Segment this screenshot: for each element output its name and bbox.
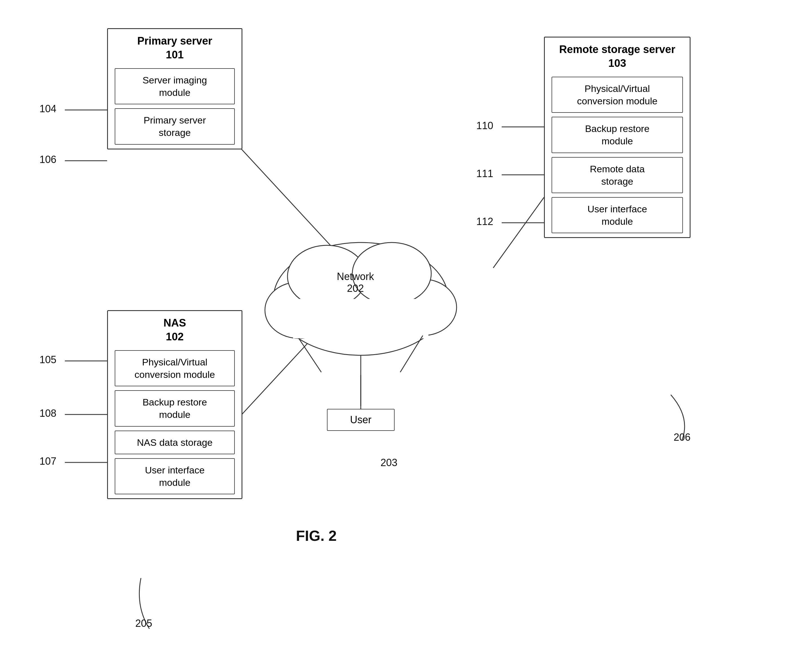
nas-box: NAS 102 Physical/Virtualconversion modul…	[107, 310, 242, 499]
label-105: 105	[39, 354, 56, 366]
label-104: 104	[39, 103, 56, 115]
label-203: 203	[380, 457, 397, 469]
label-111: 111	[476, 168, 493, 180]
svg-line-10	[493, 198, 544, 268]
nas-title: NAS 102	[108, 311, 242, 346]
label-108: 108	[39, 408, 56, 419]
user-box: User	[327, 409, 394, 431]
remote-storage-title: Remote storage server103	[545, 37, 690, 73]
nas-ui-module: User interfacemodule	[115, 458, 235, 494]
nas-pv-module: Physical/Virtualconversion module	[115, 350, 235, 386]
network-label: Network 202	[337, 271, 374, 294]
primary-server-box: Primary server 101 Server imagingmodule …	[107, 28, 242, 149]
svg-point-13	[265, 282, 332, 338]
svg-point-14	[389, 279, 456, 336]
nas-backup-module: Backup restoremodule	[115, 390, 235, 427]
figure-label: FIG. 2	[296, 527, 337, 544]
svg-line-9	[234, 310, 338, 423]
remote-data-storage: Remote datastorage	[551, 157, 683, 193]
svg-point-12	[273, 243, 448, 355]
primary-server-storage: Primary serverstorage	[115, 108, 235, 144]
svg-line-19	[400, 336, 423, 372]
nas-data-storage: NAS data storage	[115, 431, 235, 454]
svg-rect-17	[293, 299, 429, 338]
diagram: Primary server 101 Server imagingmodule …	[0, 0, 812, 657]
server-imaging-module: Server imagingmodule	[115, 68, 235, 104]
remote-storage-box: Remote storage server103 Physical/Virtua…	[544, 37, 691, 238]
primary-server-title: Primary server 101	[108, 29, 242, 64]
label-110: 110	[476, 120, 493, 132]
remote-pv-module: Physical/Virtualconversion module	[551, 77, 683, 113]
label-206: 206	[674, 431, 691, 443]
remote-backup-module: Backup restoremodule	[551, 117, 683, 153]
label-106: 106	[39, 154, 56, 165]
label-107: 107	[39, 455, 56, 467]
svg-line-18	[299, 338, 321, 372]
svg-line-8	[234, 141, 338, 254]
label-205: 205	[135, 618, 152, 629]
remote-ui-module: User interfacemodule	[551, 197, 683, 233]
label-112: 112	[476, 216, 493, 227]
